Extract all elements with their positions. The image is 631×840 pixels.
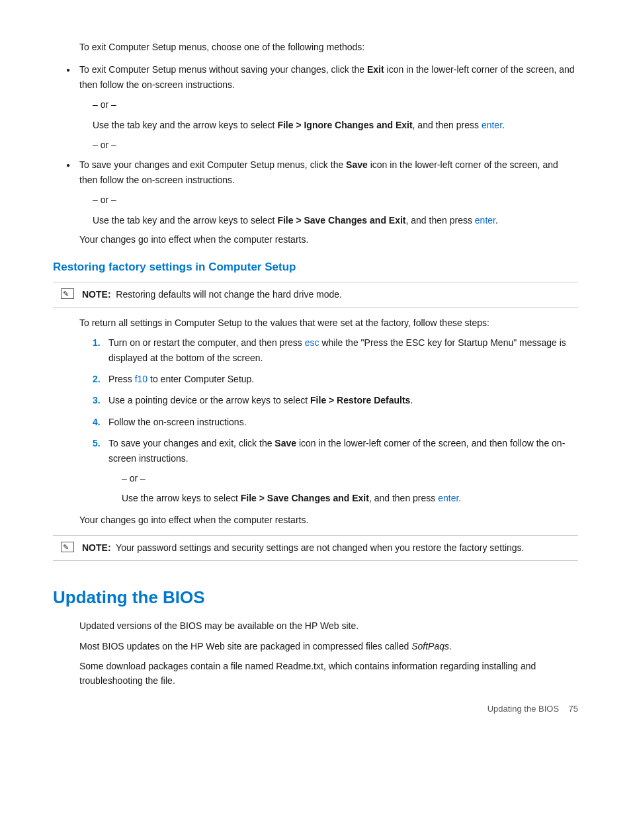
- changes-effect-1: Your changes go into effect when the com…: [79, 234, 578, 245]
- bios-para-2: Most BIOS updates on the HP Web site are…: [79, 639, 578, 653]
- enter-link-3[interactable]: enter: [438, 493, 458, 503]
- bullet2-sub: – or – Use the tab key and the arrow key…: [93, 192, 578, 228]
- bullet1-sub-para: Use the tab key and the arrow keys to se…: [93, 118, 578, 132]
- note-icon-2: [61, 542, 74, 552]
- updating-bios-body: Updated versions of the BIOS may be avai…: [79, 618, 578, 689]
- intro-text: To exit Computer Setup menus, choose one…: [79, 42, 364, 52]
- restoring-body: To return all settings in Computer Setup…: [79, 315, 578, 527]
- note-icon-1: [61, 288, 74, 299]
- f10-link[interactable]: f10: [135, 374, 147, 384]
- enter-link-1[interactable]: enter: [482, 120, 502, 130]
- or-divider-4: – or –: [122, 471, 578, 485]
- page-footer: Updating the BIOS 75: [487, 704, 578, 714]
- footer-text: Updating the BIOS: [487, 704, 559, 714]
- enter-link-2[interactable]: enter: [475, 215, 495, 226]
- note-label-1: NOTE: Restoring defaults will not change…: [82, 288, 342, 302]
- bullet2-sub-para: Use the tab key and the arrow keys to se…: [93, 213, 578, 228]
- step-1: 1. Turn on or restart the computer, and …: [93, 335, 578, 365]
- step5-sub: – or – Use the arrow keys to select File…: [122, 471, 578, 506]
- note-box-2: NOTE: Your password settings and securit…: [53, 535, 578, 561]
- restoring-section: Restoring factory settings in Computer S…: [53, 261, 578, 561]
- note-box-1: NOTE: Restoring defaults will not change…: [53, 282, 578, 308]
- bullet1-main-text: To exit Computer Setup menus without sav…: [79, 64, 575, 89]
- step-3: 3. Use a pointing device or the arrow ke…: [93, 393, 578, 407]
- restoring-section-heading: Restoring factory settings in Computer S…: [53, 261, 578, 274]
- step-2: 2. Press f10 to enter Computer Setup.: [93, 372, 578, 386]
- footer-page-num: 75: [569, 704, 578, 714]
- bios-para-1: Updated versions of the BIOS may be avai…: [79, 618, 578, 633]
- step-4: 4. Follow the on-screen instructions.: [93, 415, 578, 429]
- or-divider-1: – or –: [93, 97, 578, 112]
- step5-sub-para: Use the arrow keys to select File > Save…: [122, 491, 578, 505]
- or-divider-2: – or –: [93, 138, 578, 152]
- bullet-item-1: To exit Computer Setup menus without sav…: [66, 62, 578, 152]
- bullet2-main-text: To save your changes and exit Computer S…: [79, 159, 558, 185]
- updating-bios-heading: Updating the BIOS: [53, 582, 578, 608]
- bios-para-3: Some download packages contain a file na…: [79, 659, 578, 689]
- restoring-intro: To return all settings in Computer Setup…: [79, 315, 578, 330]
- bullet-item-2: To save your changes and exit Computer S…: [66, 157, 578, 228]
- step-5: 5. To save your changes and exit, click …: [93, 436, 578, 506]
- or-divider-3: – or –: [93, 192, 578, 207]
- bullet1-sub: – or – Use the tab key and the arrow key…: [93, 97, 578, 152]
- bullet-list: To exit Computer Setup menus without sav…: [66, 62, 578, 228]
- note-label-2: NOTE: Your password settings and securit…: [82, 541, 524, 555]
- steps-list: 1. Turn on or restart the computer, and …: [93, 335, 578, 506]
- esc-link[interactable]: esc: [305, 337, 319, 348]
- page-container: To exit Computer Setup menus, choose one…: [0, 0, 631, 734]
- changes-effect-2: Your changes go into effect when the com…: [79, 513, 578, 527]
- intro-paragraph: To exit Computer Setup menus, choose one…: [79, 40, 578, 54]
- updating-bios-section: Updating the BIOS Updated versions of th…: [53, 582, 578, 689]
